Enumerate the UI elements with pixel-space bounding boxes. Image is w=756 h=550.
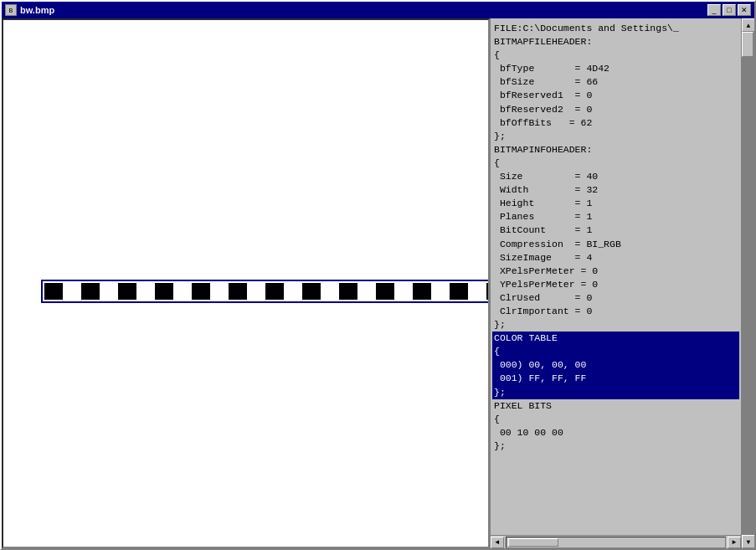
code-line-3: bfSize = 66 [492, 75, 739, 89]
bitmap-cell-11 [247, 283, 265, 300]
scroll-thumb[interactable] [508, 538, 558, 547]
code-line-5: bfReserved2 = 0 [492, 103, 739, 116]
bitmap-cell-19 [394, 283, 413, 300]
content-area: FILE:C:\Documents and Settings\_BITMAPFI… [2, 18, 754, 548]
code-line-21: ClrImportant = 0 [492, 305, 739, 318]
bitmap-cell-10 [229, 283, 247, 300]
code-line-7: }; [492, 130, 739, 143]
code-line-6: bfOffBits = 62 [492, 116, 739, 130]
bitmap-strip [44, 283, 490, 300]
bitmap-cell-21 [431, 283, 450, 300]
vscroll-track[interactable] [742, 32, 754, 535]
code-line-20: ClrUsed = 0 [492, 291, 739, 305]
code-line-30: PIXEL BITS [492, 399, 739, 413]
window-icon: B [5, 4, 17, 16]
right-panel: FILE:C:\Documents and Settings\_BITMAPFI… [490, 18, 741, 548]
horizontal-scrollbar: ◄ ► [491, 535, 741, 548]
code-line-18: XPelsPerMeter = 0 [492, 265, 739, 278]
bitmap-cell-17 [357, 283, 376, 300]
file-path-line: FILE:C:\Documents and Settings\_ [492, 22, 739, 35]
bitmap-cell-18 [376, 283, 394, 300]
close-button[interactable]: ✕ [738, 4, 751, 16]
code-line-1: { [492, 49, 739, 62]
bitmap-cell-3 [100, 283, 118, 300]
bitmap-cell-14 [302, 283, 321, 300]
code-line-27: 001) FF, FF, FF [492, 372, 739, 385]
code-line-24: COLOR TABLE [492, 332, 739, 345]
code-line-2: bfType = 4D42 [492, 62, 739, 75]
title-bar: B bw.bmp _ □ ✕ [2, 2, 754, 18]
bitmap-cell-12 [265, 283, 284, 300]
code-line-19: YPelsPerMeter = 0 [492, 278, 739, 291]
bitmap-cell-7 [173, 283, 192, 300]
code-line-10: { [492, 157, 739, 170]
title-buttons: _ □ ✕ [707, 4, 751, 16]
main-window: B bw.bmp _ □ ✕ FILE:C:\Documents and Set… [0, 0, 756, 550]
bitmap-cell-16 [339, 283, 357, 300]
bitmap-cell-8 [192, 283, 210, 300]
code-line-4: bfReserved1 = 0 [492, 89, 739, 102]
bitmap-cell-6 [155, 283, 173, 300]
minimize-button[interactable]: _ [707, 4, 721, 16]
code-line-16: Compression = BI_RGB [492, 238, 739, 251]
bitmap-cell-4 [118, 283, 136, 300]
code-line-0: BITMAPFILEHEADER: [492, 35, 739, 49]
bitmap-cell-13 [284, 283, 302, 300]
code-line-33: }; [492, 439, 739, 453]
code-content[interactable]: FILE:C:\Documents and Settings\_BITMAPFI… [491, 18, 741, 535]
code-line-12: Width = 32 [492, 183, 739, 197]
code-line-9: BITMAPINFOHEADER: [492, 143, 739, 157]
code-line-28: }; [492, 386, 739, 399]
scroll-right-button[interactable]: ► [728, 537, 741, 548]
code-line-14: Planes = 1 [492, 210, 739, 224]
bitmap-cell-24 [486, 283, 490, 300]
bitmap-cell-0 [44, 283, 63, 300]
title-bar-left: B bw.bmp [5, 4, 54, 16]
code-view: FILE:C:\Documents and Settings\_BITMAPFI… [491, 18, 741, 535]
bitmap-cell-1 [63, 283, 81, 300]
window-title: bw.bmp [20, 5, 54, 15]
code-line-22: }; [492, 318, 739, 332]
bitmap-display [41, 280, 490, 303]
scroll-left-button[interactable]: ◄ [491, 537, 504, 548]
code-line-25: { [492, 345, 739, 358]
left-panel [2, 18, 490, 548]
scroll-up-button[interactable]: ▲ [742, 18, 754, 32]
bitmap-cell-2 [81, 283, 100, 300]
bitmap-cell-9 [210, 283, 229, 300]
bitmap-cell-15 [321, 283, 339, 300]
bitmap-cell-20 [413, 283, 431, 300]
bitmap-cell-22 [450, 283, 468, 300]
code-line-31: { [492, 413, 739, 426]
bitmap-cell-5 [136, 283, 155, 300]
scroll-track[interactable] [506, 537, 726, 548]
code-line-13: Height = 1 [492, 197, 739, 210]
code-line-26: 000) 00, 00, 00 [492, 358, 739, 372]
code-line-15: BitCount = 1 [492, 224, 739, 237]
vscroll-thumb[interactable] [742, 32, 753, 57]
code-line-32: 00 10 00 00 [492, 426, 739, 439]
code-line-11: Size = 40 [492, 170, 739, 183]
scroll-down-button[interactable]: ▼ [742, 535, 754, 548]
code-line-17: SizeImage = 4 [492, 251, 739, 265]
bitmap-cell-23 [468, 283, 486, 300]
maximize-button[interactable]: □ [723, 4, 736, 16]
bitmap-container [41, 280, 490, 303]
vertical-scrollbar: ▲ ▼ [741, 18, 754, 548]
